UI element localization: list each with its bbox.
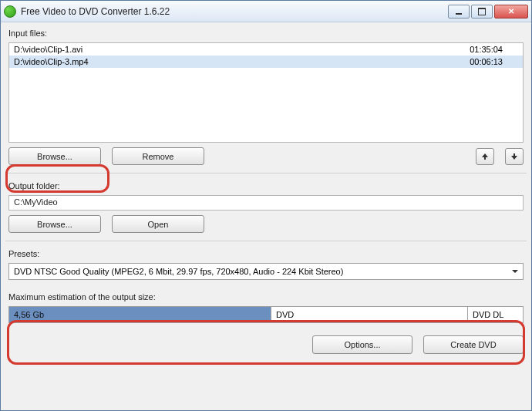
file-path: D:\video\Clip-3.mp4	[14, 57, 456, 66]
browse-input-button[interactable]: Browse...	[8, 147, 101, 165]
input-files-label: Input files:	[8, 29, 524, 38]
titlebar[interactable]: Free Video to DVD Converter 1.6.22	[1, 1, 531, 22]
arrow-down-icon	[510, 153, 518, 160]
estimate-label: Maximum estimation of the output size:	[8, 292, 524, 302]
output-folder-field[interactable]: C:\MyVideo	[8, 195, 524, 211]
output-folder-label: Output folder:	[8, 181, 524, 190]
file-path: D:\video\Clip-1.avi	[14, 45, 456, 54]
maximize-button[interactable]	[471, 5, 493, 19]
minimize-button[interactable]	[448, 5, 470, 19]
app-icon	[4, 5, 16, 18]
arrow-up-icon	[481, 153, 489, 160]
presets-label: Presets:	[8, 249, 524, 258]
estimate-size-segment: 4,56 Gb	[9, 307, 271, 322]
presets-selected: DVD NTSC Good Quality (MPEG2, 6 Mbit, 29…	[14, 267, 343, 276]
file-duration: 00:06:13	[456, 57, 518, 66]
file-row[interactable]: D:\video\Clip-1.avi01:35:04	[9, 43, 523, 56]
options-button[interactable]: Options...	[312, 335, 412, 354]
open-output-button[interactable]: Open	[112, 215, 204, 233]
close-button[interactable]	[494, 5, 528, 19]
estimate-dvd-segment: DVD	[271, 307, 468, 322]
window-title: Free Video to DVD Converter 1.6.22	[21, 6, 448, 17]
estimate-dvddl-segment: DVD DL	[468, 307, 523, 322]
file-row[interactable]: D:\video\Clip-3.mp400:06:13	[9, 56, 523, 68]
window-body: Input files: D:\video\Clip-1.avi01:35:04…	[1, 22, 531, 410]
remove-button[interactable]: Remove	[112, 147, 204, 165]
move-up-button[interactable]	[476, 148, 494, 165]
move-down-button[interactable]	[505, 148, 524, 165]
size-estimate-bar: 4,56 Gb DVD DVD DL	[8, 306, 524, 323]
divider	[5, 241, 527, 241]
presets-combobox[interactable]: DVD NTSC Good Quality (MPEG2, 6 Mbit, 29…	[8, 263, 524, 280]
browse-output-button[interactable]: Browse...	[8, 215, 101, 233]
create-dvd-button[interactable]: Create DVD	[423, 335, 524, 354]
divider	[5, 173, 527, 173]
file-duration: 01:35:04	[456, 45, 518, 54]
app-window: Free Video to DVD Converter 1.6.22 Input…	[0, 0, 532, 411]
input-files-list[interactable]: D:\video\Clip-1.avi01:35:04D:\video\Clip…	[8, 42, 524, 143]
